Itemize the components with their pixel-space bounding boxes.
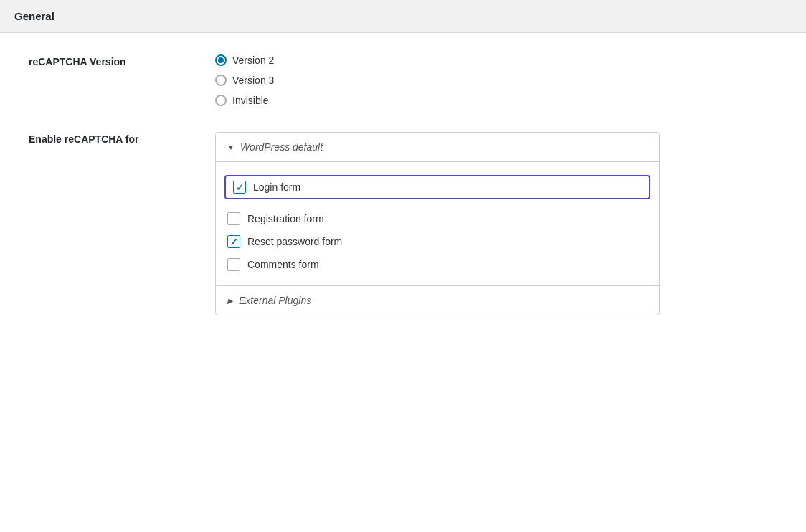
radio-version3[interactable]: Version 3 [215, 75, 777, 86]
wordpress-default-label: WordPress default [240, 141, 323, 153]
section-header: General [0, 0, 806, 33]
comments-form-label: Comments form [247, 259, 319, 270]
enable-recaptcha-control: ▼ WordPress default Login form [215, 132, 777, 315]
external-plugins-header[interactable]: ▶ External Plugins [216, 286, 659, 315]
registration-form-label: Registration form [247, 213, 324, 224]
wordpress-default-body: Login form Registration form Reset passw… [216, 162, 659, 285]
expand-arrow-icon: ▶ [227, 297, 233, 305]
registration-form-checkbox[interactable] [227, 212, 240, 225]
radio-label-v3: Version 3 [232, 75, 274, 86]
wordpress-default-header[interactable]: ▼ WordPress default [216, 133, 659, 162]
recaptcha-version-control: Version 2 Version 3 Invisible [215, 54, 777, 106]
enable-recaptcha-row: Enable reCAPTCHA for ▼ WordPress default [29, 132, 777, 315]
radio-input-v2 [215, 54, 227, 66]
reset-password-form-option[interactable]: Reset password form [227, 235, 648, 248]
recaptcha-sections-container: ▼ WordPress default Login form [215, 132, 660, 315]
radio-invisible[interactable]: Invisible [215, 95, 777, 106]
radio-label-v2: Version 2 [232, 54, 274, 66]
login-form-label: Login form [253, 181, 300, 193]
radio-version2[interactable]: Version 2 [215, 54, 777, 66]
enable-recaptcha-label: Enable reCAPTCHA for [29, 132, 215, 145]
radio-input-v3 [215, 75, 227, 86]
external-plugins-section: ▶ External Plugins [216, 286, 659, 315]
collapse-arrow-icon: ▼ [227, 143, 234, 151]
external-plugins-label: External Plugins [239, 295, 311, 306]
login-form-checkbox[interactable] [233, 181, 246, 194]
registration-form-option[interactable]: Registration form [227, 212, 648, 225]
login-form-highlighted-row: Login form [224, 175, 650, 199]
comments-form-checkbox[interactable] [227, 258, 240, 271]
wordpress-default-section: ▼ WordPress default Login form [216, 133, 659, 286]
reset-password-form-checkbox[interactable] [227, 235, 240, 248]
radio-input-invisible [215, 95, 227, 106]
reset-password-form-label: Reset password form [247, 236, 342, 247]
recaptcha-version-row: reCAPTCHA Version Version 2 Version 3 In… [29, 54, 777, 106]
radio-group: Version 2 Version 3 Invisible [215, 54, 777, 106]
checkbox-list: Login form Registration form Reset passw… [227, 169, 648, 274]
comments-form-option[interactable]: Comments form [227, 258, 648, 271]
recaptcha-version-label: reCAPTCHA Version [29, 54, 215, 67]
radio-label-invisible: Invisible [232, 95, 269, 106]
